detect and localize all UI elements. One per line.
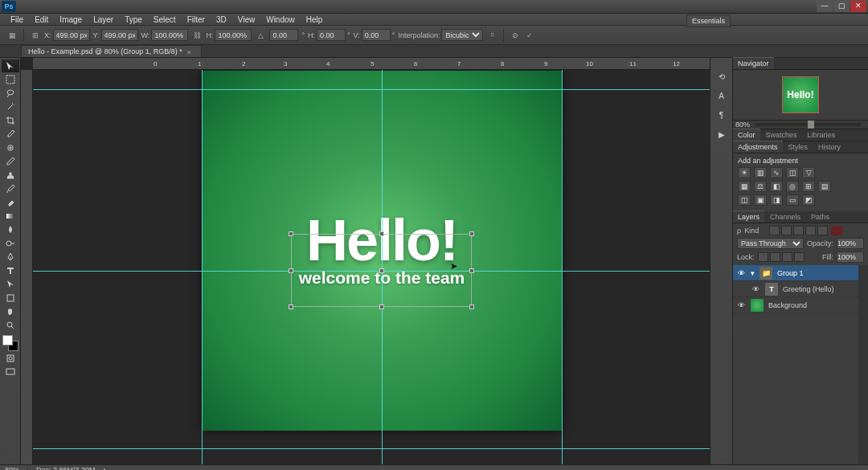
- color-swatches[interactable]: [2, 335, 18, 351]
- layer-name[interactable]: Greeting (Hello): [783, 285, 834, 293]
- layer-name[interactable]: Group 1: [777, 269, 804, 277]
- ruler-horizontal[interactable]: 0 1 2 3 4 5 6 7 8 9 10 11 12: [33, 58, 710, 70]
- group-arrow-icon[interactable]: ▾: [751, 269, 755, 277]
- history-brush-tool[interactable]: [2, 182, 19, 195]
- w-input[interactable]: [151, 29, 188, 41]
- zoom-readout[interactable]: 80%: [735, 121, 750, 129]
- menu-type[interactable]: Type: [119, 15, 148, 24]
- balance-icon[interactable]: ⚖: [754, 181, 767, 192]
- threshold-icon[interactable]: ◨: [770, 194, 783, 206]
- zoom-slider[interactable]: [755, 123, 861, 126]
- maximize-button[interactable]: ▢: [833, 1, 850, 12]
- layers-tab[interactable]: Layers: [733, 210, 764, 223]
- fill-input[interactable]: [837, 251, 864, 263]
- guide-v[interactable]: [562, 70, 563, 464]
- menu-file[interactable]: File: [5, 15, 29, 24]
- interp-select[interactable]: Bicubic: [441, 29, 483, 41]
- blur-tool[interactable]: [2, 223, 19, 236]
- shape-tool[interactable]: [2, 292, 19, 304]
- canvas-viewport[interactable]: Hello! welcome to the team: [33, 70, 710, 464]
- status-zoom[interactable]: 80%: [5, 466, 19, 470]
- hue-icon[interactable]: ▦: [738, 181, 751, 192]
- color-tab[interactable]: Color: [733, 129, 760, 141]
- libraries-tab[interactable]: Libraries: [803, 129, 841, 141]
- transform-handle[interactable]: [379, 304, 384, 309]
- layer-greeting[interactable]: 👁 T Greeting (Hello) fx: [733, 281, 868, 297]
- lock-all-icon[interactable]: [794, 252, 805, 262]
- move-tool[interactable]: [2, 59, 19, 72]
- navigator-thumbnail[interactable]: Hello!: [782, 76, 819, 113]
- transform-handle[interactable]: [289, 268, 293, 273]
- poster-icon[interactable]: ▣: [754, 194, 767, 206]
- character-icon[interactable]: A: [714, 88, 729, 103]
- clone-stamp-tool[interactable]: [2, 169, 19, 182]
- cancel-transform-icon[interactable]: ⊘: [510, 30, 521, 41]
- filter-pixel-icon[interactable]: [769, 226, 780, 235]
- screen-mode-tool[interactable]: [2, 366, 19, 378]
- swatches-tab[interactable]: Swatches: [761, 129, 802, 141]
- filter-shape-icon[interactable]: [805, 226, 816, 235]
- path-select-tool[interactable]: [2, 278, 19, 291]
- transform-handle[interactable]: [379, 231, 384, 236]
- brush-tool[interactable]: [2, 155, 19, 168]
- filter-smart-icon[interactable]: [817, 226, 828, 235]
- invert-icon[interactable]: ◫: [738, 194, 751, 206]
- navigator-body[interactable]: Hello!: [733, 70, 868, 120]
- warp-icon[interactable]: ⌗: [486, 30, 497, 41]
- visibility-icon[interactable]: 👁: [736, 300, 746, 310]
- zoom-tool[interactable]: [2, 319, 19, 332]
- guide-v[interactable]: [202, 70, 203, 464]
- levels-icon[interactable]: ▥: [754, 167, 767, 178]
- link-icon[interactable]: ⛓: [191, 30, 203, 41]
- lock-pos-icon[interactable]: [782, 252, 792, 262]
- adjustments-tab[interactable]: Adjustments: [733, 141, 783, 153]
- minimize-button[interactable]: —: [817, 1, 833, 12]
- menu-window[interactable]: Window: [260, 15, 301, 24]
- vibrance-icon[interactable]: ▽: [802, 167, 815, 178]
- menu-image[interactable]: Image: [54, 15, 88, 24]
- transform-handle[interactable]: [289, 231, 293, 236]
- bw-icon[interactable]: ◧: [770, 181, 783, 192]
- guide-h[interactable]: [33, 89, 710, 90]
- magic-wand-tool[interactable]: [2, 100, 19, 113]
- gradient-map-icon[interactable]: ▭: [786, 194, 799, 206]
- lasso-tool[interactable]: [2, 87, 19, 100]
- menu-edit[interactable]: Edit: [29, 15, 54, 24]
- angle-input[interactable]: [269, 29, 298, 41]
- styles-tab[interactable]: Styles: [784, 141, 813, 153]
- lock-pixel-icon[interactable]: [770, 252, 780, 262]
- skew-h-input[interactable]: [317, 29, 346, 41]
- gradient-tool[interactable]: [2, 210, 19, 223]
- transform-handle[interactable]: [469, 231, 474, 236]
- commit-transform-icon[interactable]: ✓: [524, 30, 535, 41]
- visibility-icon[interactable]: 👁: [751, 284, 760, 294]
- lut-icon[interactable]: ▤: [818, 181, 831, 192]
- status-doc[interactable]: Doc: 2.86M/3.20M: [36, 466, 96, 470]
- menu-3d[interactable]: 3D: [211, 15, 232, 24]
- menu-filter[interactable]: Filter: [182, 15, 211, 24]
- paragraph-icon[interactable]: ¶: [714, 108, 729, 122]
- filter-adj-icon[interactable]: [781, 226, 792, 235]
- channels-tab[interactable]: Channels: [765, 211, 805, 223]
- menu-view[interactable]: View: [232, 15, 261, 24]
- layer-group-1[interactable]: 👁 ▾ 📁 Group 1: [733, 265, 868, 281]
- play-icon[interactable]: ▶: [714, 127, 729, 141]
- menu-select[interactable]: Select: [148, 15, 182, 24]
- filter-type-icon[interactable]: [793, 226, 804, 235]
- layers-scrollbar[interactable]: [858, 265, 868, 464]
- mixer-icon[interactable]: ⊞: [802, 181, 815, 192]
- marquee-tool[interactable]: [2, 73, 19, 86]
- close-tab-icon[interactable]: ×: [187, 48, 194, 55]
- layer-background[interactable]: 👁 Background: [733, 297, 868, 313]
- transform-handle[interactable]: [469, 304, 474, 309]
- pen-tool[interactable]: [2, 251, 19, 264]
- type-tool[interactable]: [2, 264, 19, 277]
- eraser-tool[interactable]: [2, 196, 19, 209]
- reference-point-icon[interactable]: ⊞: [30, 30, 41, 41]
- document-tab[interactable]: Hello - Example.psd @ 80% (Group 1, RGB/…: [21, 45, 202, 57]
- hand-tool[interactable]: [2, 305, 19, 318]
- ruler-vertical[interactable]: [21, 70, 33, 464]
- transform-handle[interactable]: [469, 268, 474, 273]
- paths-tab[interactable]: Paths: [806, 211, 834, 223]
- dodge-tool[interactable]: [2, 237, 19, 250]
